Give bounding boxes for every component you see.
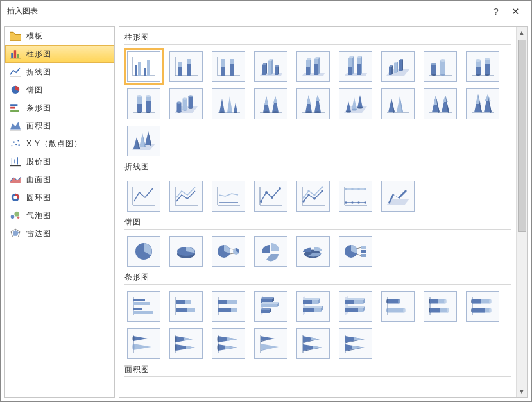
chart-3d-stacked-column[interactable] [296,51,330,82]
chart-pie[interactable] [127,236,160,267]
sidebar-item-label: 曲面图 [26,174,51,185]
sidebar-item-bar[interactable]: 条形图 [5,99,114,117]
chart-pie-of-pie[interactable] [212,236,245,267]
chart-3d-stacked-bar[interactable] [296,291,330,322]
chart-exploded-3d-pie[interactable] [296,236,330,267]
chart-clustered-cone[interactable] [212,88,245,119]
sidebar-item-line[interactable]: 折线图 [5,63,114,81]
scroll-down-button[interactable]: ▼ [517,386,527,397]
svg-rect-46 [262,65,266,75]
svg-marker-121 [227,96,232,112]
svg-marker-82 [402,59,403,71]
svg-rect-113 [183,99,187,110]
chart-clustered-cylinder[interactable] [424,51,457,82]
chart-bar-of-pie[interactable] [339,236,372,267]
chart-stacked-horiz-cone[interactable] [169,328,203,359]
chart-100-stacked-horiz-cylinder[interactable] [466,291,499,322]
chart-clustered-horiz-cylinder[interactable] [381,291,415,322]
svg-point-189 [321,190,323,192]
chart-100-stacked-line-markers[interactable] [339,181,372,212]
svg-marker-310 [261,344,279,350]
svg-rect-7 [10,107,15,109]
chart-100-stacked-line[interactable] [212,181,245,212]
scroll-up-button[interactable]: ▲ [517,27,527,38]
svg-point-22 [11,215,15,219]
chart-3d-cylinder[interactable] [169,88,203,119]
chart-3d-cone[interactable] [339,88,372,119]
svg-rect-80 [399,60,402,71]
svg-point-21 [13,196,17,199]
chart-3d-column[interactable] [381,51,415,82]
svg-marker-262 [345,306,365,308]
sidebar-item-templates[interactable]: 模板 [5,27,114,45]
svg-rect-216 [361,250,366,253]
chart-clustered-pyramid[interactable] [381,88,415,119]
sidebar-item-radar[interactable]: 雷达图 [5,224,114,242]
chart-clustered-horiz-cone[interactable] [127,328,160,359]
svg-rect-250 [303,308,314,312]
svg-point-191 [307,190,309,192]
chart-100-stacked-cone[interactable] [296,88,330,119]
svg-point-192 [313,194,315,196]
chart-3d-100-stacked-bar[interactable] [339,291,372,322]
chart-stacked-horiz-pyramid[interactable] [296,328,330,359]
chart-stacked-cylinder[interactable] [466,51,499,82]
close-button[interactable]: ✕ [506,6,525,17]
chart-100-stacked-column[interactable] [212,51,245,82]
chart-3d-clustered-column[interactable] [254,51,287,82]
svg-rect-221 [133,299,145,301]
sidebar-item-pie[interactable]: 饼图 [5,81,114,99]
sidebar-item-area[interactable]: 面积图 [5,117,114,135]
chart-3d-clustered-bar[interactable] [254,291,287,322]
chart-stacked-cone[interactable] [254,88,287,119]
svg-marker-134 [307,95,311,104]
svg-marker-55 [302,73,325,76]
chart-100-stacked-cylinder[interactable] [127,88,160,119]
sidebar-item-bubble[interactable]: 气泡图 [5,206,114,224]
chart-3d-100-stacked-column[interactable] [339,51,372,82]
chart-100-stacked-horiz-cone[interactable] [212,328,245,359]
chart-stacked-line[interactable] [169,181,203,212]
scroll-thumb[interactable] [518,40,526,232]
chart-stacked-pyramid[interactable] [424,88,457,119]
chart-stacked-bar[interactable] [169,291,203,322]
chart-stacked-horiz-cylinder[interactable] [424,291,457,322]
svg-rect-234 [218,308,231,312]
chart-clustered-column[interactable] [127,51,160,82]
chart-clustered-bar[interactable] [127,291,160,322]
chart-line[interactable] [127,181,160,212]
svg-point-103 [137,95,142,97]
sidebar-item-stock[interactable]: 股价图 [5,153,114,171]
svg-point-13 [15,144,17,145]
chart-3d-pyramid[interactable] [127,126,160,156]
chart-line-markers[interactable] [254,181,287,212]
svg-rect-96 [485,64,490,74]
section-header-column: 柱形图 [124,32,511,45]
svg-point-283 [489,299,492,304]
chart-stacked-line-markers[interactable] [296,181,330,212]
svg-point-15 [19,144,20,146]
vertical-scrollbar[interactable]: ▲ ▼ [516,27,527,397]
chart-clustered-horiz-pyramid[interactable] [254,328,287,359]
svg-marker-142 [352,97,357,110]
chart-3d-line[interactable] [381,181,415,212]
chart-exploded-pie[interactable] [254,236,287,267]
chart-100-stacked-horiz-pyramid[interactable] [339,328,372,359]
sidebar-item-column[interactable]: 柱形图 [5,45,114,63]
svg-marker-291 [133,344,151,350]
chart-100-stacked-pyramid[interactable] [466,88,499,119]
svg-point-114 [183,97,187,100]
svg-rect-222 [133,302,150,305]
svg-line-219 [357,254,361,256]
chart-3d-pie[interactable] [169,236,203,267]
help-button[interactable]: ? [486,6,506,17]
chart-100-stacked-bar[interactable] [212,291,245,322]
chart-stacked-column[interactable] [169,51,203,82]
sidebar-item-surface[interactable]: 曲面图 [5,171,114,188]
folder-icon [10,31,21,41]
sidebar-item-scatter[interactable]: X Y（散点图） [5,135,114,153]
svg-point-274 [444,299,447,304]
svg-rect-239 [261,304,277,307]
sidebar-item-doughnut[interactable]: 圆环图 [5,188,114,206]
sidebar-item-label: 柱形图 [26,49,51,60]
